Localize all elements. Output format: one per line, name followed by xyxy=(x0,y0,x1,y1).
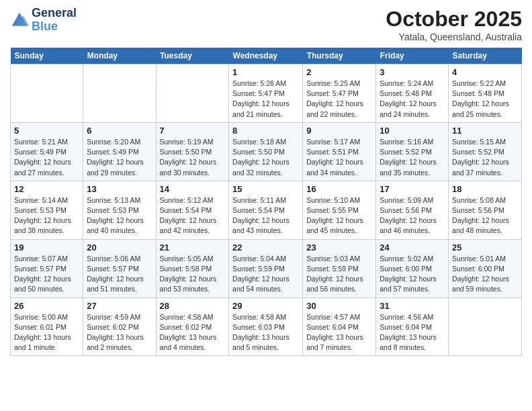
day-number: 5 xyxy=(14,126,79,136)
day-cell: 26Sunrise: 5:00 AM Sunset: 6:01 PM Dayli… xyxy=(11,298,83,356)
day-info: Sunrise: 5:10 AM Sunset: 5:55 PM Dayligh… xyxy=(306,195,372,236)
day-info: Sunrise: 5:08 AM Sunset: 5:56 PM Dayligh… xyxy=(452,195,518,236)
day-cell: 18Sunrise: 5:08 AM Sunset: 5:56 PM Dayli… xyxy=(449,181,522,239)
day-cell xyxy=(11,64,83,123)
day-cell: 3Sunrise: 5:24 AM Sunset: 5:48 PM Daylig… xyxy=(376,64,449,123)
day-number: 6 xyxy=(87,126,152,136)
day-number: 2 xyxy=(306,67,372,77)
day-info: Sunrise: 5:26 AM Sunset: 5:47 PM Dayligh… xyxy=(232,79,299,120)
day-number: 17 xyxy=(380,184,445,194)
day-info: Sunrise: 5:12 AM Sunset: 5:54 PM Dayligh… xyxy=(160,195,226,236)
day-number: 15 xyxy=(232,184,299,194)
day-cell: 24Sunrise: 5:02 AM Sunset: 6:00 PM Dayli… xyxy=(376,239,449,298)
day-number: 31 xyxy=(380,301,445,311)
day-cell: 31Sunrise: 4:56 AM Sunset: 6:04 PM Dayli… xyxy=(376,298,449,356)
day-cell xyxy=(156,64,229,123)
weekday-tuesday: Tuesday xyxy=(156,48,229,64)
day-info: Sunrise: 5:04 AM Sunset: 5:59 PM Dayligh… xyxy=(232,254,299,295)
day-number: 20 xyxy=(87,242,152,253)
day-number: 13 xyxy=(87,184,152,194)
day-number: 1 xyxy=(232,67,299,77)
week-row-5: 26Sunrise: 5:00 AM Sunset: 6:01 PM Dayli… xyxy=(11,298,522,356)
day-info: Sunrise: 4:59 AM Sunset: 6:02 PM Dayligh… xyxy=(87,312,152,353)
day-number: 26 xyxy=(14,301,79,311)
day-number: 19 xyxy=(14,242,79,253)
day-cell xyxy=(83,64,156,123)
day-cell: 29Sunrise: 4:58 AM Sunset: 6:03 PM Dayli… xyxy=(229,298,303,356)
day-number: 14 xyxy=(160,184,226,194)
weekday-monday: Monday xyxy=(83,48,156,64)
day-info: Sunrise: 5:03 AM Sunset: 5:59 PM Dayligh… xyxy=(306,254,372,295)
day-cell: 5Sunrise: 5:21 AM Sunset: 5:49 PM Daylig… xyxy=(11,122,83,181)
day-cell: 14Sunrise: 5:12 AM Sunset: 5:54 PM Dayli… xyxy=(156,181,229,239)
page-container: General Blue October 2025 Yatala, Queens… xyxy=(0,0,532,363)
weekday-wednesday: Wednesday xyxy=(229,48,303,64)
week-row-4: 19Sunrise: 5:07 AM Sunset: 5:57 PM Dayli… xyxy=(11,239,522,298)
day-info: Sunrise: 4:58 AM Sunset: 6:02 PM Dayligh… xyxy=(160,312,226,353)
day-cell: 8Sunrise: 5:18 AM Sunset: 5:50 PM Daylig… xyxy=(229,122,303,181)
weekday-header-row: SundayMondayTuesdayWednesdayThursdayFrid… xyxy=(11,48,522,64)
weekday-friday: Friday xyxy=(376,48,449,64)
day-cell: 20Sunrise: 5:06 AM Sunset: 5:57 PM Dayli… xyxy=(83,239,156,298)
day-cell: 22Sunrise: 5:04 AM Sunset: 5:59 PM Dayli… xyxy=(229,239,303,298)
day-info: Sunrise: 4:57 AM Sunset: 6:04 PM Dayligh… xyxy=(306,312,372,353)
day-info: Sunrise: 5:00 AM Sunset: 6:01 PM Dayligh… xyxy=(14,312,79,353)
day-number: 22 xyxy=(232,242,299,253)
day-info: Sunrise: 5:14 AM Sunset: 5:53 PM Dayligh… xyxy=(14,195,79,236)
day-number: 18 xyxy=(452,184,518,194)
day-cell: 6Sunrise: 5:20 AM Sunset: 5:49 PM Daylig… xyxy=(83,122,156,181)
day-cell: 17Sunrise: 5:09 AM Sunset: 5:56 PM Dayli… xyxy=(376,181,449,239)
day-number: 25 xyxy=(452,242,518,253)
day-cell: 15Sunrise: 5:11 AM Sunset: 5:54 PM Dayli… xyxy=(229,181,303,239)
day-info: Sunrise: 4:58 AM Sunset: 6:03 PM Dayligh… xyxy=(232,312,299,353)
day-number: 8 xyxy=(232,126,299,136)
day-number: 11 xyxy=(452,126,518,136)
week-row-3: 12Sunrise: 5:14 AM Sunset: 5:53 PM Dayli… xyxy=(11,181,522,239)
week-row-1: 1Sunrise: 5:26 AM Sunset: 5:47 PM Daylig… xyxy=(11,64,522,123)
day-info: Sunrise: 5:18 AM Sunset: 5:50 PM Dayligh… xyxy=(232,137,299,178)
day-cell: 19Sunrise: 5:07 AM Sunset: 5:57 PM Dayli… xyxy=(11,239,83,298)
day-cell: 12Sunrise: 5:14 AM Sunset: 5:53 PM Dayli… xyxy=(11,181,83,239)
day-number: 7 xyxy=(160,126,226,136)
day-cell: 16Sunrise: 5:10 AM Sunset: 5:55 PM Dayli… xyxy=(303,181,376,239)
day-number: 24 xyxy=(380,242,445,253)
day-cell: 9Sunrise: 5:17 AM Sunset: 5:51 PM Daylig… xyxy=(303,122,376,181)
day-number: 28 xyxy=(160,301,226,311)
day-cell: 30Sunrise: 4:57 AM Sunset: 6:04 PM Dayli… xyxy=(303,298,376,356)
day-cell: 13Sunrise: 5:13 AM Sunset: 5:53 PM Dayli… xyxy=(83,181,156,239)
day-info: Sunrise: 5:21 AM Sunset: 5:49 PM Dayligh… xyxy=(14,137,79,178)
day-cell: 10Sunrise: 5:16 AM Sunset: 5:52 PM Dayli… xyxy=(376,122,449,181)
day-info: Sunrise: 5:15 AM Sunset: 5:52 PM Dayligh… xyxy=(452,137,518,178)
day-cell: 23Sunrise: 5:03 AM Sunset: 5:59 PM Dayli… xyxy=(303,239,376,298)
week-row-2: 5Sunrise: 5:21 AM Sunset: 5:49 PM Daylig… xyxy=(11,122,522,181)
day-number: 4 xyxy=(452,67,518,77)
day-cell: 11Sunrise: 5:15 AM Sunset: 5:52 PM Dayli… xyxy=(449,122,522,181)
day-info: Sunrise: 5:16 AM Sunset: 5:52 PM Dayligh… xyxy=(380,137,445,178)
month-title: October 2025 xyxy=(386,7,522,32)
day-number: 10 xyxy=(380,126,445,136)
location-title: Yatala, Queensland, Australia xyxy=(386,32,522,42)
day-info: Sunrise: 5:01 AM Sunset: 6:00 PM Dayligh… xyxy=(452,254,518,295)
day-cell: 28Sunrise: 4:58 AM Sunset: 6:02 PM Dayli… xyxy=(156,298,229,356)
day-number: 30 xyxy=(306,301,372,311)
day-info: Sunrise: 5:17 AM Sunset: 5:51 PM Dayligh… xyxy=(306,137,372,178)
day-number: 23 xyxy=(306,242,372,253)
logo: General Blue xyxy=(10,7,77,34)
day-info: Sunrise: 5:22 AM Sunset: 5:48 PM Dayligh… xyxy=(452,79,518,120)
day-number: 3 xyxy=(380,67,445,77)
day-cell: 7Sunrise: 5:19 AM Sunset: 5:50 PM Daylig… xyxy=(156,122,229,181)
weekday-saturday: Saturday xyxy=(449,48,522,64)
day-info: Sunrise: 5:02 AM Sunset: 6:00 PM Dayligh… xyxy=(380,254,445,295)
calendar-table: SundayMondayTuesdayWednesdayThursdayFrid… xyxy=(10,48,522,356)
day-cell: 27Sunrise: 4:59 AM Sunset: 6:02 PM Dayli… xyxy=(83,298,156,356)
weekday-thursday: Thursday xyxy=(303,48,376,64)
day-info: Sunrise: 5:25 AM Sunset: 5:47 PM Dayligh… xyxy=(306,79,372,120)
day-cell: 25Sunrise: 5:01 AM Sunset: 6:00 PM Dayli… xyxy=(449,239,522,298)
day-info: Sunrise: 4:56 AM Sunset: 6:04 PM Dayligh… xyxy=(380,312,445,353)
day-info: Sunrise: 5:09 AM Sunset: 5:56 PM Dayligh… xyxy=(380,195,445,236)
title-block: October 2025 Yatala, Queensland, Austral… xyxy=(386,7,522,42)
day-number: 12 xyxy=(14,184,79,194)
day-info: Sunrise: 5:13 AM Sunset: 5:53 PM Dayligh… xyxy=(87,195,152,236)
day-info: Sunrise: 5:11 AM Sunset: 5:54 PM Dayligh… xyxy=(232,195,299,236)
day-number: 9 xyxy=(306,126,372,136)
